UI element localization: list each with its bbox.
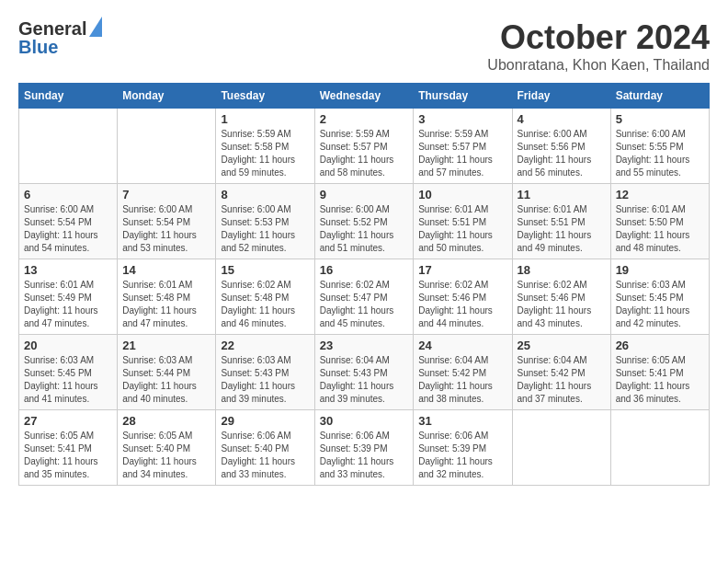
day-info: Sunrise: 6:06 AMSunset: 5:39 PMDaylight:… [418,430,506,481]
day-number: 28 [122,414,210,428]
day-number: 8 [221,188,309,201]
calendar-cell: 19Sunrise: 6:03 AMSunset: 5:45 PMDayligh… [610,259,709,335]
day-info: Sunrise: 6:00 AMSunset: 5:53 PMDaylight:… [221,203,309,255]
calendar-cell: 5Sunrise: 6:00 AMSunset: 5:55 PMDaylight… [610,109,709,184]
calendar-cell: 25Sunrise: 6:04 AMSunset: 5:42 PMDayligh… [512,335,610,410]
calendar-cell: 18Sunrise: 6:02 AMSunset: 5:46 PMDayligh… [512,259,610,335]
logo-arrow-icon [89,17,102,37]
calendar-header-friday: Friday [512,84,610,109]
calendar-header-wednesday: Wednesday [314,84,414,109]
day-info: Sunrise: 6:05 AMSunset: 5:41 PMDaylight:… [24,430,112,481]
calendar-cell: 28Sunrise: 6:05 AMSunset: 5:40 PMDayligh… [118,410,216,486]
calendar-cell: 3Sunrise: 5:59 AMSunset: 5:57 PMDaylight… [414,109,512,184]
day-info: Sunrise: 6:03 AMSunset: 5:44 PMDaylight:… [122,354,210,406]
day-info: Sunrise: 6:03 AMSunset: 5:45 PMDaylight:… [616,279,704,330]
calendar-cell: 29Sunrise: 6:06 AMSunset: 5:40 PMDayligh… [216,410,314,486]
day-info: Sunrise: 6:06 AMSunset: 5:39 PMDaylight:… [320,430,409,481]
calendar-cell: 15Sunrise: 6:02 AMSunset: 5:48 PMDayligh… [216,259,314,335]
day-number: 18 [518,263,606,277]
day-number: 16 [320,263,409,277]
calendar-cell: 12Sunrise: 6:01 AMSunset: 5:50 PMDayligh… [610,184,709,259]
day-info: Sunrise: 6:00 AMSunset: 5:54 PMDaylight:… [122,203,210,255]
day-info: Sunrise: 6:00 AMSunset: 5:55 PMDaylight:… [616,128,704,179]
calendar-header-saturday: Saturday [610,84,709,109]
day-number: 15 [221,263,309,277]
calendar-cell: 1Sunrise: 5:59 AMSunset: 5:58 PMDaylight… [216,109,314,184]
day-number: 23 [320,339,409,352]
day-number: 22 [221,339,309,352]
day-info: Sunrise: 6:02 AMSunset: 5:47 PMDaylight:… [320,279,409,330]
calendar-week-row: 20Sunrise: 6:03 AMSunset: 5:45 PMDayligh… [19,335,710,410]
day-info: Sunrise: 6:00 AMSunset: 5:54 PMDaylight:… [24,203,112,255]
day-info: Sunrise: 6:06 AMSunset: 5:40 PMDaylight:… [221,430,309,481]
calendar-header-monday: Monday [118,84,216,109]
calendar-cell: 20Sunrise: 6:03 AMSunset: 5:45 PMDayligh… [19,335,118,410]
day-number: 24 [418,339,506,352]
calendar-week-row: 13Sunrise: 6:01 AMSunset: 5:49 PMDayligh… [19,259,710,335]
day-number: 17 [418,263,506,277]
calendar-cell [610,410,709,486]
logo-blue-text: Blue [18,37,102,57]
calendar-header-thursday: Thursday [414,84,512,109]
day-number: 19 [616,263,704,277]
calendar-week-row: 27Sunrise: 6:05 AMSunset: 5:41 PMDayligh… [19,410,710,486]
day-number: 29 [221,414,309,428]
day-number: 4 [518,112,606,126]
day-number: 13 [24,263,112,277]
calendar-cell: 23Sunrise: 6:04 AMSunset: 5:43 PMDayligh… [314,335,414,410]
location-title: Ubonratana, Khon Kaen, Thailand [487,57,710,74]
calendar-table: SundayMondayTuesdayWednesdayThursdayFrid… [18,83,710,486]
day-number: 9 [320,188,409,201]
day-number: 6 [24,188,112,201]
day-info: Sunrise: 6:00 AMSunset: 5:56 PMDaylight:… [518,128,606,179]
calendar-cell: 16Sunrise: 6:02 AMSunset: 5:47 PMDayligh… [314,259,414,335]
day-number: 7 [122,188,210,201]
day-info: Sunrise: 6:01 AMSunset: 5:49 PMDaylight:… [24,279,112,330]
calendar-header-tuesday: Tuesday [216,84,314,109]
day-info: Sunrise: 6:03 AMSunset: 5:45 PMDaylight:… [24,354,112,406]
day-info: Sunrise: 6:01 AMSunset: 5:51 PMDaylight:… [518,203,606,255]
day-number: 25 [518,339,606,352]
calendar-cell: 11Sunrise: 6:01 AMSunset: 5:51 PMDayligh… [512,184,610,259]
day-number: 2 [320,112,409,126]
day-info: Sunrise: 6:01 AMSunset: 5:50 PMDaylight:… [616,203,704,255]
day-number: 26 [616,339,704,352]
day-info: Sunrise: 6:04 AMSunset: 5:42 PMDaylight:… [518,354,606,406]
day-info: Sunrise: 6:01 AMSunset: 5:51 PMDaylight:… [418,203,506,255]
calendar-cell: 4Sunrise: 6:00 AMSunset: 5:56 PMDaylight… [512,109,610,184]
calendar-week-row: 1Sunrise: 5:59 AMSunset: 5:58 PMDaylight… [19,109,710,184]
logo-general-text: General [18,18,86,39]
day-number: 5 [616,112,704,126]
day-info: Sunrise: 6:02 AMSunset: 5:46 PMDaylight:… [418,279,506,330]
calendar-cell: 10Sunrise: 6:01 AMSunset: 5:51 PMDayligh… [414,184,512,259]
calendar-cell: 24Sunrise: 6:04 AMSunset: 5:42 PMDayligh… [414,335,512,410]
calendar-header-sunday: Sunday [19,84,118,109]
calendar-cell: 8Sunrise: 6:00 AMSunset: 5:53 PMDaylight… [216,184,314,259]
month-title: October 2024 [487,18,710,57]
calendar-cell: 2Sunrise: 5:59 AMSunset: 5:57 PMDaylight… [314,109,414,184]
calendar-cell: 17Sunrise: 6:02 AMSunset: 5:46 PMDayligh… [414,259,512,335]
day-number: 30 [320,414,409,428]
day-info: Sunrise: 6:05 AMSunset: 5:41 PMDaylight:… [616,354,704,406]
day-info: Sunrise: 5:59 AMSunset: 5:57 PMDaylight:… [418,128,506,179]
calendar-cell: 30Sunrise: 6:06 AMSunset: 5:39 PMDayligh… [314,410,414,486]
day-number: 12 [616,188,704,201]
day-number: 10 [418,188,506,201]
day-info: Sunrise: 6:01 AMSunset: 5:48 PMDaylight:… [122,279,210,330]
calendar-cell [19,109,118,184]
title-section: October 2024 Ubonratana, Khon Kaen, Thai… [487,18,710,74]
day-info: Sunrise: 6:03 AMSunset: 5:43 PMDaylight:… [221,354,309,406]
calendar-cell: 27Sunrise: 6:05 AMSunset: 5:41 PMDayligh… [19,410,118,486]
page-header: General Blue October 2024 Ubonratana, Kh… [18,18,710,74]
calendar-cell [512,410,610,486]
day-number: 31 [418,414,506,428]
calendar-cell: 9Sunrise: 6:00 AMSunset: 5:52 PMDaylight… [314,184,414,259]
day-info: Sunrise: 5:59 AMSunset: 5:57 PMDaylight:… [320,128,409,179]
calendar-cell: 7Sunrise: 6:00 AMSunset: 5:54 PMDaylight… [118,184,216,259]
calendar-cell: 21Sunrise: 6:03 AMSunset: 5:44 PMDayligh… [118,335,216,410]
day-info: Sunrise: 6:04 AMSunset: 5:42 PMDaylight:… [418,354,506,406]
day-info: Sunrise: 6:02 AMSunset: 5:48 PMDaylight:… [221,279,309,330]
calendar-cell [118,109,216,184]
day-info: Sunrise: 5:59 AMSunset: 5:58 PMDaylight:… [221,128,309,179]
calendar-cell: 26Sunrise: 6:05 AMSunset: 5:41 PMDayligh… [610,335,709,410]
